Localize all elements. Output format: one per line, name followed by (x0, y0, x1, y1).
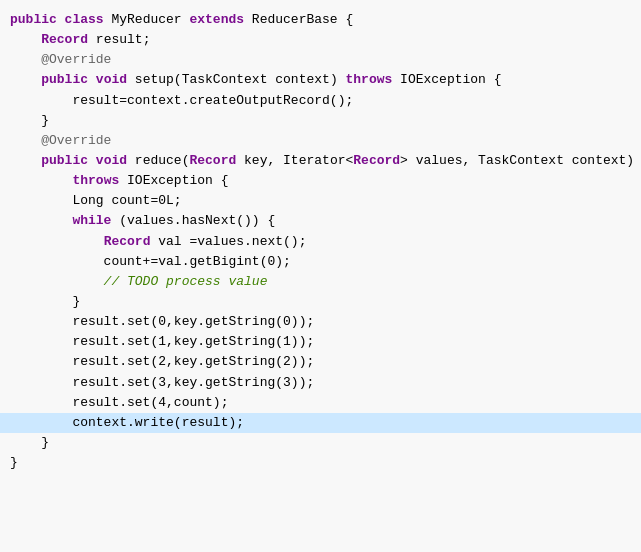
code-line: @Override (0, 50, 641, 70)
code-line: result=context.createOutputRecord(); (0, 91, 641, 111)
code-line: } (0, 453, 641, 473)
code-line: Record result; (0, 30, 641, 50)
code-line: } (0, 292, 641, 312)
code-line: result.set(1,key.getString(1)); (0, 332, 641, 352)
code-line: } (0, 111, 641, 131)
code-line: Long count=0L; (0, 191, 641, 211)
code-line: while (values.hasNext()) { (0, 211, 641, 231)
code-line: throws IOException { (0, 171, 641, 191)
code-line: result.set(2,key.getString(2)); (0, 352, 641, 372)
code-line: public void setup(TaskContext context) t… (0, 70, 641, 90)
code-line: count+=val.getBigint(0); (0, 252, 641, 272)
code-line: // TODO process value (0, 272, 641, 292)
code-line: result.set(3,key.getString(3)); (0, 373, 641, 393)
code-line: result.set(0,key.getString(0)); (0, 312, 641, 332)
code-line: Record val =values.next(); (0, 232, 641, 252)
code-line: public void reduce(Record key, Iterator<… (0, 151, 641, 171)
code-line: @Override (0, 131, 641, 151)
code-line: } (0, 433, 641, 453)
code-line: public class MyReducer extends ReducerBa… (0, 10, 641, 30)
code-line: result.set(4,count); (0, 393, 641, 413)
code-editor: public class MyReducer extends ReducerBa… (0, 0, 641, 552)
code-line: context.write(result); (0, 413, 641, 433)
